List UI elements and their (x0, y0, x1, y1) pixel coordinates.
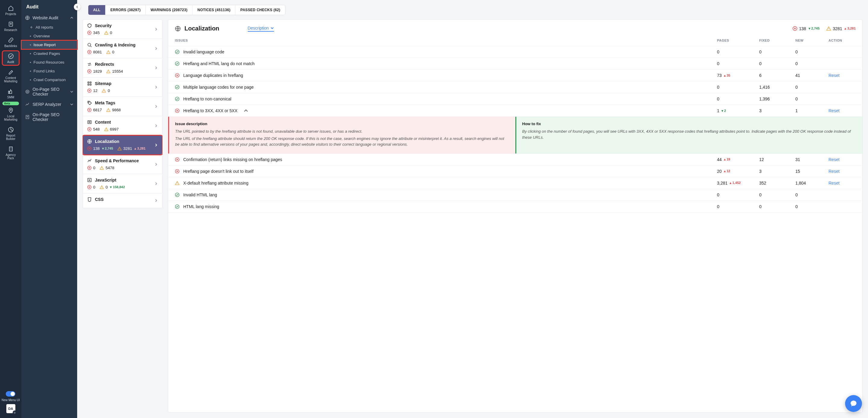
edit-icon (8, 69, 14, 75)
menu-ui-toggle[interactable] (6, 391, 16, 396)
reset-link[interactable]: Reset (829, 73, 840, 78)
sidebar-item-found-resources[interactable]: Found Resources (22, 58, 77, 67)
reset-link[interactable]: Reset (829, 181, 840, 185)
issue-row[interactable]: Language duplicates in hreflang 7335 6 4… (168, 70, 862, 82)
chat-button[interactable] (845, 395, 862, 412)
js-icon (87, 178, 92, 182)
sidebar-item-crawl-comparison[interactable]: Crawl Comparison (22, 76, 77, 84)
main-content: ALLERRORS (38297)WARNINGS (208723)NOTICE… (77, 0, 868, 418)
chevron-right-icon (154, 85, 158, 89)
chat-icon (849, 399, 858, 408)
rail-item-content-marketing[interactable]: Content Marketing (2, 67, 19, 85)
sidebar-section-on-page-seo-checker[interactable]: On-Page SEO Checker (22, 84, 77, 99)
rail-item-local-marketing[interactable]: Local Marketing (2, 105, 19, 123)
warning-icon (106, 108, 111, 112)
error-icon (87, 50, 92, 54)
category-css[interactable]: CSS (83, 193, 162, 208)
issue-row[interactable]: Hreflang and HTML lang do not match 0 0 … (168, 58, 862, 70)
pages-cell: 0 (717, 204, 759, 209)
issue-row[interactable]: Confirmation (return) links missing on h… (168, 154, 862, 166)
issue-row[interactable]: Multiple language codes for one page 0 1… (168, 82, 862, 93)
sidebar-section-serp-analyzer[interactable]: SERP Analyzer (22, 99, 77, 110)
pages-cell: 0 (717, 61, 759, 66)
svg-rect-18 (90, 84, 91, 85)
category-content[interactable]: Content 548 6997 (83, 116, 162, 136)
pages-cell[interactable]: 3,2811,452 (717, 181, 759, 185)
issue-expanded: Issue description The URL pointed to by … (168, 117, 862, 154)
graph-icon (25, 102, 30, 107)
issue-row[interactable]: Hreflang to non-canonical 0 1,396 0 (168, 93, 862, 105)
filter-pill[interactable]: NOTICES (451136) (193, 5, 236, 15)
svg-point-10 (14, 412, 15, 413)
sidebar-section-website-audit[interactable]: Website Audit (22, 13, 77, 23)
chevron-right-icon (154, 199, 158, 202)
category-meta-tags[interactable]: Meta Tags 6817 9868 (83, 97, 162, 116)
sidebar-section-on-page-seo-checker[interactable]: On-Page SEO Checker (22, 110, 77, 124)
issue-row[interactable]: HTML lang missing 0 0 0 (168, 201, 862, 213)
category-security[interactable]: Security 345 0 (83, 19, 162, 39)
issue-row[interactable]: Invalid language code 0 0 0 (168, 46, 862, 58)
category-redirects[interactable]: Redirects 1829 15554 (83, 58, 162, 78)
issue-row[interactable]: Hreflang to 3XX, 4XX or 5XX 12 3 1 Reset (168, 105, 862, 117)
category-sitemap[interactable]: Sitemap 12 0 (83, 78, 162, 97)
globe-icon (87, 139, 92, 144)
reset-link[interactable]: Reset (829, 108, 840, 113)
filter-pill[interactable]: WARNINGS (208723) (146, 5, 192, 15)
rail-item-backlinks[interactable]: Backlinks (2, 35, 19, 49)
rail-item-agency-pack[interactable]: Agency Pack (2, 144, 19, 161)
warning-icon (106, 50, 111, 54)
rail-item-research[interactable]: Research (2, 19, 19, 33)
reset-link[interactable]: Reset (829, 169, 840, 174)
pages-cell: 0 (717, 85, 759, 90)
rail-item-projects[interactable]: Projects (2, 3, 19, 17)
sidebar-item-issue-report[interactable]: Issue Report (22, 40, 77, 49)
rail-item-report-builder[interactable]: Report Builder (2, 124, 19, 142)
warning-icon (104, 127, 108, 131)
pages-cell[interactable]: 7335 (717, 73, 759, 78)
user-avatar[interactable]: DA (6, 404, 16, 413)
svg-point-14 (88, 43, 91, 46)
sidebar-item-found-links[interactable]: Found Links (22, 67, 77, 76)
table-header: ISSUES PAGES FIXED NEW ACTION (168, 35, 862, 46)
main-nav-rail: ProjectsResearchBacklinksAuditContent Ma… (0, 0, 22, 418)
tag-icon (87, 100, 92, 105)
chevron-down-icon (70, 90, 73, 93)
warning-icon (104, 30, 108, 35)
pages-cell[interactable]: 4419 (717, 157, 759, 162)
issue-row[interactable]: X-default hreflang attribute missing 3,2… (168, 177, 862, 189)
sidebar-item-overview[interactable]: Overview (22, 32, 77, 40)
svg-rect-20 (88, 121, 91, 124)
sidebar-item-crawled-pages[interactable]: Crawled Pages (22, 49, 77, 58)
category-localization[interactable]: Localization 1382,745 32813,281 (83, 136, 162, 155)
error-icon (87, 185, 92, 189)
category-speed-performance[interactable]: Speed & Performance 0 5478 (83, 155, 162, 174)
description-dropdown[interactable]: Description (248, 26, 274, 32)
dot-icon (30, 53, 31, 54)
ok-icon (175, 85, 180, 90)
rail-item-smm[interactable]: SMM (2, 86, 19, 100)
css-icon (87, 197, 92, 202)
chevron-right-icon (154, 47, 158, 50)
collapse-sidebar-button[interactable] (74, 4, 81, 10)
reset-link[interactable]: Reset (829, 157, 840, 162)
issue-row[interactable]: Invalid HTML lang 0 0 0 (168, 189, 862, 201)
issue-row[interactable]: Hreflang page doesn't link out to itself… (168, 166, 862, 177)
pages-cell[interactable]: 2012 (717, 169, 759, 174)
svg-point-19 (88, 102, 89, 102)
filter-pill[interactable]: ERRORS (38297) (105, 5, 146, 15)
filter-pill[interactable]: ALL (88, 5, 105, 15)
sidebar-item-all-reports[interactable]: All reports (22, 23, 77, 32)
speed-icon (87, 158, 92, 163)
filter-pill[interactable]: PASSED CHECKS (62) (236, 5, 285, 15)
category-javascript[interactable]: JavaScript 0 0158,842 (83, 174, 162, 193)
chevron-down-icon (70, 102, 73, 106)
rail-item-audit[interactable]: Audit (2, 51, 19, 65)
dot-icon (30, 62, 31, 63)
svg-point-7 (10, 109, 11, 110)
error-icon (792, 26, 798, 31)
svg-rect-6 (8, 91, 9, 93)
pages-cell[interactable]: 12 (717, 108, 759, 113)
category-crawling-indexing[interactable]: Crawling & Indexing 8081 0 (83, 39, 162, 58)
new-menu-toggle-block: New Menu UI (1, 391, 20, 402)
error-icon (87, 88, 92, 93)
